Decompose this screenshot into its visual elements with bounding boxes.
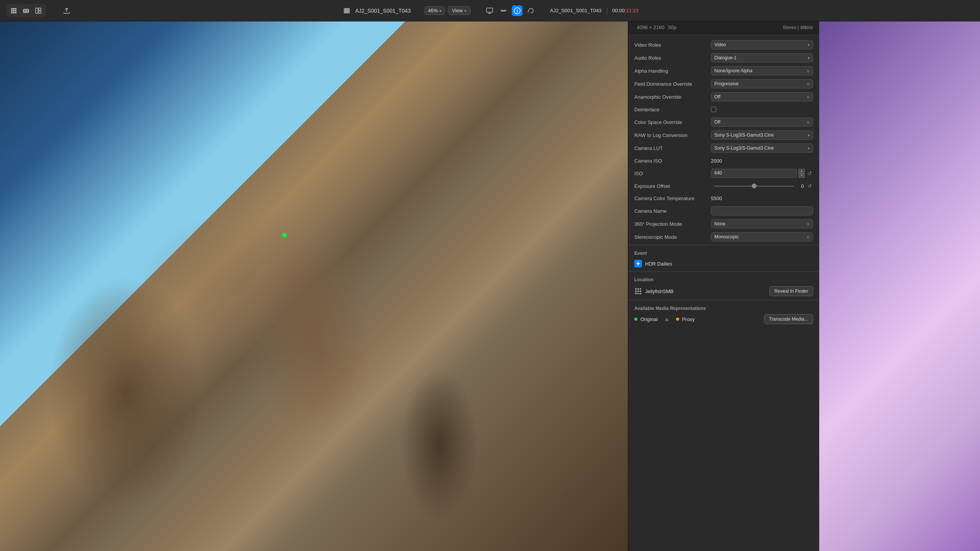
- raw-to-log-chevron: ▾: [808, 133, 810, 137]
- color-space-chevron: ⊙: [807, 120, 810, 124]
- toolbar-center: AJ2_S001_S001_T043 46% View: [330, 5, 650, 16]
- raw-to-log-dropdown[interactable]: Sony S-Log3/S-Gamut3.Cine ▾: [711, 130, 813, 140]
- sync-icon[interactable]: [526, 5, 536, 16]
- iso-reset[interactable]: ↺: [806, 170, 813, 177]
- original-dot: [634, 318, 637, 321]
- camera-name-row: Camera Name: [628, 204, 819, 217]
- projection-mode-label: 360° Projection Mode: [634, 221, 711, 227]
- iso-arrows[interactable]: ▲ ▼: [799, 169, 805, 178]
- svg-rect-1: [13, 8, 15, 10]
- exposure-reset[interactable]: ↺: [806, 183, 813, 189]
- grid-dots-icon[interactable]: [8, 5, 19, 16]
- camera-lut-dropdown[interactable]: Sony S-Log3/S-Gamut3.Cine ▾: [711, 143, 813, 153]
- svg-rect-24: [349, 12, 350, 13]
- layout-icon[interactable]: [33, 5, 44, 16]
- alpha-handling-row: Alpha Handling None/Ignore Alpha ⊙: [628, 64, 819, 77]
- field-dominance-dropdown[interactable]: Progressive ⊙: [711, 79, 813, 88]
- info-bar: 4096 × 2160 50p Stereo | 48kHz: [628, 21, 819, 34]
- svg-rect-4: [13, 10, 15, 11]
- exposure-label: Exposure Offset: [634, 183, 711, 189]
- raw-to-log-row: RAW to Log Conversion Sony S-Log3/S-Gamu…: [628, 129, 819, 142]
- svg-rect-6: [11, 12, 13, 13]
- exposure-slider-area: 0 ↺: [714, 183, 813, 189]
- anamorphic-dropdown[interactable]: Off ⊙: [711, 92, 813, 101]
- library-icon: [634, 287, 642, 295]
- svg-rect-20: [344, 10, 345, 11]
- iso-input[interactable]: 640: [711, 169, 797, 178]
- svg-rect-21: [344, 12, 345, 13]
- toolbar: AJ2_S001_S001_T043 46% View: [0, 0, 980, 21]
- right-panel: [819, 21, 980, 551]
- separator-1: [628, 245, 819, 245]
- transcode-media-button[interactable]: Transcode Media...: [764, 314, 813, 324]
- raw-to-log-label: RAW to Log Conversion: [634, 132, 711, 138]
- info-circle-icon[interactable]: [512, 5, 523, 16]
- zoom-control[interactable]: 46%: [425, 6, 445, 15]
- video-area: [0, 21, 628, 551]
- camera-name-label: Camera Name: [634, 208, 711, 214]
- alpha-handling-dropdown[interactable]: None/Ignore Alpha ⊙: [711, 66, 813, 75]
- projection-mode-dropdown[interactable]: None ⊙: [711, 219, 813, 228]
- anamorphic-label: Anamorphic Override: [634, 94, 711, 100]
- svg-rect-0: [11, 8, 13, 10]
- anamorphic-override-row: Anamorphic Override Off ⊙: [628, 90, 819, 103]
- svg-point-30: [517, 9, 518, 10]
- tape-icon[interactable]: [21, 5, 31, 16]
- rock-texture: [0, 21, 628, 551]
- deinterlace-label: Deinterlace: [634, 107, 711, 112]
- svg-rect-39: [635, 293, 637, 294]
- exposure-value: 0: [796, 183, 804, 189]
- zoom-chevron: [439, 8, 441, 13]
- toolbar-left: [6, 4, 326, 17]
- audio-wave-icon[interactable]: [498, 5, 509, 16]
- color-space-dropdown[interactable]: Off ⊙: [711, 117, 813, 127]
- exposure-slider-thumb[interactable]: [752, 184, 756, 188]
- video-roles-dropdown[interactable]: Video ▾: [711, 40, 813, 49]
- proxy-label: Proxy: [682, 316, 695, 322]
- video-roles-label: Video Roles: [634, 42, 711, 48]
- video-roles-chevron: ▾: [808, 43, 810, 47]
- svg-rect-22: [349, 9, 350, 10]
- iso-spinner: 640 ▲ ▼ ↺: [711, 169, 813, 178]
- svg-rect-37: [637, 290, 639, 292]
- export-icon[interactable]: [61, 5, 72, 16]
- clip-title: AJ2_S001_S001_T043: [355, 8, 411, 14]
- svg-rect-38: [640, 290, 641, 292]
- proxy-dot: [676, 318, 679, 321]
- event-name: HDR Dailies: [645, 261, 672, 267]
- main-content: 4096 × 2160 50p Stereo | 48kHz Video Rol…: [0, 21, 980, 551]
- framerate-badge: 50p: [668, 24, 676, 30]
- view-button[interactable]: View: [448, 6, 470, 15]
- svg-rect-35: [640, 288, 641, 290]
- iso-down-arrow[interactable]: ▼: [799, 173, 805, 178]
- color-space-label: Color Space Override: [634, 119, 711, 125]
- stereoscopic-mode-row: Stereoscopic Mode Monoscopic ⊙: [628, 230, 819, 243]
- stereoscopic-dropdown[interactable]: Monoscopic ⊙: [711, 232, 813, 241]
- svg-rect-13: [36, 8, 38, 13]
- audio-roles-dropdown[interactable]: Dialogue-1 ▾: [711, 53, 813, 62]
- audio-roles-row: Audio Roles Dialogue-1 ▾: [628, 51, 819, 64]
- camera-iso-value: 2000: [711, 158, 813, 164]
- svg-rect-23: [349, 10, 350, 11]
- deinterlace-row: Deinterlace: [628, 103, 819, 116]
- projection-mode-chevron: ⊙: [807, 222, 810, 226]
- iso-up-arrow[interactable]: ▲: [799, 169, 805, 173]
- location-row: JellyfishSMB Reveal In Finder: [628, 284, 819, 298]
- svg-rect-33: [635, 288, 637, 290]
- separator-3: [628, 300, 819, 300]
- projection-mode-row: 360° Projection Mode None ⊙: [628, 217, 819, 230]
- resolution-info: 4096 × 2160 50p: [634, 24, 676, 30]
- location-name: JellyfishSMB: [645, 289, 766, 294]
- svg-rect-41: [640, 293, 641, 294]
- camera-name-input[interactable]: [711, 206, 813, 215]
- deinterlace-checkbox[interactable]: [711, 107, 716, 112]
- reveal-in-finder-button[interactable]: Reveal In Finder: [769, 286, 813, 296]
- svg-rect-7: [13, 12, 15, 13]
- media-representations-header: Available Media Representations: [628, 302, 819, 313]
- exposure-slider-track[interactable]: [714, 186, 794, 187]
- monitor-icon[interactable]: [484, 5, 495, 16]
- exposure-offset-row: Exposure Offset 0 ↺: [628, 180, 819, 192]
- svg-rect-14: [39, 8, 41, 10]
- view-chevron: [464, 8, 466, 13]
- camera-iso-label: Camera ISO: [634, 158, 711, 164]
